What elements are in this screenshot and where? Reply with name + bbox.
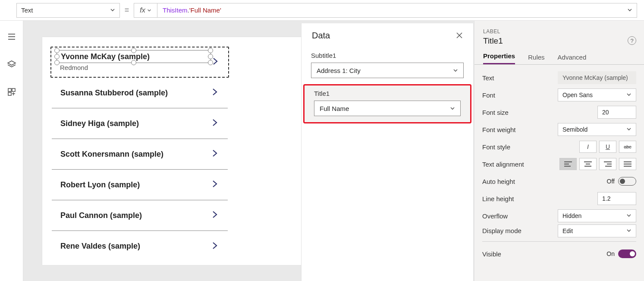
formula-token-prop: 'Full Name'	[189, 6, 221, 14]
field-label: Subtitle1	[311, 52, 464, 59]
prop-row-font: Font Open Sans	[482, 86, 636, 104]
prop-key: Line height	[482, 195, 514, 202]
resize-handle[interactable]	[131, 60, 136, 65]
prop-row-text-align: Text alignment	[482, 155, 636, 173]
resize-handle[interactable]	[54, 60, 60, 65]
prop-value-line-height[interactable]: 1.2	[597, 192, 636, 205]
fx-dropdown[interactable]: fx	[134, 3, 157, 18]
chevron-right-icon[interactable]	[210, 149, 219, 159]
chevron-down-icon	[626, 227, 631, 234]
gallery-item[interactable]: Paul Cannon (sample)	[52, 200, 228, 231]
field-select-title1[interactable]: Full Name	[314, 101, 461, 116]
toggle-label: On	[606, 250, 615, 257]
left-rail	[0, 21, 23, 281]
chevron-right-icon[interactable]	[210, 180, 219, 190]
prop-row-font-style: Font style I U abc	[482, 138, 636, 155]
prop-key: Font weight	[482, 126, 516, 133]
prop-value-display-mode[interactable]: Edit	[558, 224, 636, 237]
hamburger-icon[interactable]	[6, 31, 17, 42]
field-block-subtitle1: Subtitle1 Address 1: City	[302, 47, 473, 84]
properties-panel: LABEL Title1 ? Properties Rules Advanced…	[474, 21, 644, 281]
chevron-down-icon	[147, 6, 151, 15]
gallery-item-selected[interactable]: Yvonne McKay (sample) Redmond	[50, 47, 229, 78]
control-name: Title1	[474, 36, 644, 50]
gallery-item[interactable]: Robert Lyon (sample)	[52, 170, 228, 200]
title1-control-selected[interactable]: Yvonne McKay (sample)	[57, 50, 211, 63]
control-type-label: LABEL	[474, 21, 644, 36]
apps-icon[interactable]	[6, 86, 17, 98]
formula-token-thisitem: ThisItem	[163, 6, 188, 14]
align-center-button[interactable]	[579, 158, 597, 170]
chevron-right-icon[interactable]	[210, 118, 219, 129]
tab-rules[interactable]: Rules	[528, 54, 544, 64]
visible-toggle[interactable]: On	[606, 249, 636, 258]
gallery-item[interactable]: Rene Valdes (sample)	[52, 231, 228, 262]
title1-text: Yvonne McKay (sample)	[61, 52, 150, 61]
prop-key: Overflow	[482, 212, 508, 220]
property-dropdown-label: Text	[21, 6, 33, 14]
svg-rect-6	[8, 92, 11, 95]
chevron-down-icon	[110, 6, 115, 14]
gallery-item[interactable]: Susanna Stubberod (sample)	[52, 78, 228, 108]
prop-row-overflow: Overflow Hidden	[482, 207, 636, 224]
resize-handle[interactable]	[208, 48, 213, 53]
gallery-item-title: Susanna Stubberod (sample)	[60, 88, 168, 98]
field-select-subtitle1[interactable]: Address 1: City	[311, 63, 464, 78]
data-pane: Data Subtitle1 Address 1: City Title1 Fu…	[301, 23, 474, 281]
prop-row-font-size: Font size 20	[482, 104, 636, 121]
chevron-down-icon[interactable]	[627, 6, 632, 14]
prop-key: Text	[482, 74, 494, 82]
property-dropdown[interactable]: Text	[16, 3, 120, 18]
gallery-item-title: Robert Lyon (sample)	[60, 180, 140, 189]
chevron-right-icon[interactable]	[211, 57, 220, 67]
help-icon[interactable]: ?	[628, 36, 636, 45]
chevron-down-icon	[450, 105, 455, 112]
auto-height-toggle[interactable]: Off	[607, 177, 636, 186]
chevron-right-icon[interactable]	[210, 210, 219, 221]
chevron-down-icon	[626, 92, 631, 98]
chevron-down-icon	[626, 126, 631, 133]
chevron-right-icon[interactable]	[210, 241, 219, 252]
resize-handle[interactable]	[54, 48, 60, 53]
field-block-title1: Title1 Full Name	[303, 84, 471, 123]
prop-value-font[interactable]: Open Sans	[558, 88, 636, 101]
gallery-item[interactable]: Sidney Higa (sample)	[52, 108, 228, 139]
svg-rect-5	[12, 88, 15, 92]
prop-value-font-size[interactable]: 20	[597, 106, 636, 119]
prop-value-font-weight[interactable]: Semibold	[558, 123, 636, 136]
resize-handle[interactable]	[131, 48, 136, 53]
field-label: Title1	[314, 90, 461, 97]
prop-key: Visible	[482, 250, 501, 258]
close-icon[interactable]	[456, 32, 463, 39]
prop-value-overflow[interactable]: Hidden	[558, 209, 636, 222]
align-right-button[interactable]	[599, 158, 616, 170]
layers-icon[interactable]	[6, 59, 17, 70]
toggle-label: Off	[607, 178, 615, 185]
font-style-italic-button[interactable]: I	[579, 141, 597, 153]
tab-properties[interactable]: Properties	[483, 52, 515, 64]
tab-advanced[interactable]: Advanced	[558, 54, 587, 64]
font-style-underline-button[interactable]: U	[599, 141, 616, 153]
svg-rect-4	[8, 88, 11, 92]
gallery-item[interactable]: Scott Konersmann (sample)	[52, 139, 228, 170]
font-style-strike-button[interactable]: abc	[619, 141, 636, 153]
resize-handle[interactable]	[54, 54, 60, 59]
prop-key: Display mode	[482, 227, 521, 234]
prop-row-visible: Visible On	[482, 245, 636, 262]
chevron-down-icon	[453, 67, 458, 74]
data-pane-header: Data	[302, 23, 473, 47]
chevron-right-icon[interactable]	[210, 88, 219, 98]
fx-label: fx	[140, 6, 145, 15]
gallery-item-title: Paul Cannon (sample)	[60, 211, 142, 220]
gallery-item-title: Sidney Higa (sample)	[60, 119, 139, 128]
app-screen: Yvonne McKay (sample) Redmond Susanna St…	[42, 37, 301, 265]
formula-input[interactable]: ThisItem.'Full Name'	[157, 3, 637, 18]
data-pane-title: Data	[312, 31, 330, 41]
chevron-down-icon	[626, 212, 631, 219]
prop-value-text[interactable]: Yvonne McKay (sample)	[558, 71, 636, 84]
toggle-track	[618, 177, 636, 186]
align-left-button[interactable]	[559, 158, 577, 170]
svg-marker-3	[8, 61, 16, 65]
prop-key: Text alignment	[482, 161, 524, 168]
align-justify-button[interactable]	[619, 158, 636, 170]
